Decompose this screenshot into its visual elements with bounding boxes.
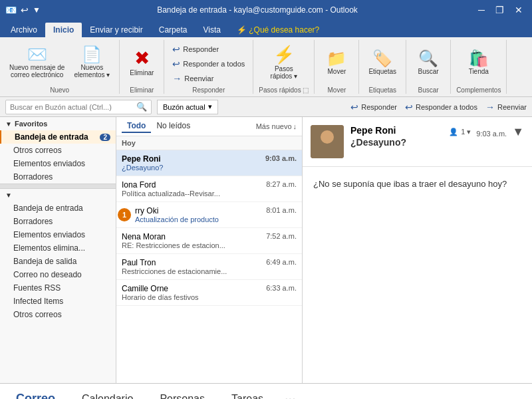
new-email-button[interactable]: ✉️ Nuevo mensaje decorreo electrónico <box>5 43 68 81</box>
search-input[interactable] <box>10 103 136 111</box>
email-item-nena-moran[interactable]: Nena Moran 7:52 a.m. RE: Restricciones d… <box>116 228 302 254</box>
sidebar-item-deleted-label: Elementos elimina... <box>13 243 85 253</box>
ribbon-tab-bar: Archivo Inicio Enviar y recibir Carpeta … <box>0 20 532 37</box>
email-item-pepe-roni[interactable]: Pepe Roni 9:03 a.m. ¿Desayuno? <box>116 150 302 176</box>
forward-icon: → <box>172 73 182 84</box>
tab-carpeta[interactable]: Carpeta <box>151 23 196 37</box>
move-button[interactable]: 📁 Mover <box>320 47 353 78</box>
search-label: Buscar <box>418 68 439 75</box>
email-item-camille-orne[interactable]: Camille Orne 6:33 a.m. Horario de días f… <box>116 280 302 306</box>
email-item-paul-tron[interactable]: Paul Tron 6:49 a.m. Restricciones de est… <box>116 254 302 280</box>
sidebar-item-inbox[interactable]: Bandeja de entrada <box>0 201 116 215</box>
ribbon-group-responder: ↩ Responder ↩ Responder a todos → Reenvi… <box>164 40 253 94</box>
command-bar: 🔍 Buzón actual ▾ ↩ Responder ↩ Responder… <box>0 97 532 117</box>
email-time-iona: 8:27 a.m. <box>266 180 297 190</box>
ribbon-group-pasos-label: Pasos rápidos ⬚ <box>259 84 309 94</box>
preview-header: Pepe Roni ¿Desayuno? 👤 1 ▾ 9:03 a.m. ▼ <box>303 117 532 167</box>
tags-label: Etiquetas <box>368 68 396 75</box>
reply-button[interactable]: ↩ Responder <box>170 43 247 56</box>
ribbon-group-eliminar: ✖ Eliminar Eliminar <box>120 40 164 94</box>
sidebar-item-infected[interactable]: Infected Items <box>0 295 116 308</box>
email-item-rry-oki[interactable]: 1 rry Oki 8:01 a.m. Actualización de pro… <box>116 202 302 228</box>
favorites-section-header[interactable]: ▼ Favoritos <box>0 117 116 130</box>
quick-steps-button[interactable]: ⚡ Pasosrápidos ▾ <box>267 42 302 82</box>
sidebar-item-rss[interactable]: Fuentes RSS <box>0 281 116 295</box>
sidebar-item-drafts-label: Borradores <box>13 172 53 182</box>
account-section-header[interactable]: ▼ <box>0 189 116 201</box>
close-button[interactable]: ✕ <box>511 3 527 17</box>
preview-subject: ¿Desayuno? <box>350 137 406 148</box>
mailbox-filter-button[interactable]: Buzón actual ▾ <box>157 100 218 114</box>
forward-button[interactable]: → Reenviar <box>170 72 247 85</box>
preview-reply-button[interactable]: ↩ Responder <box>350 102 397 112</box>
reply-all-button[interactable]: ↩ Responder a todos <box>170 57 247 70</box>
title-bar: 📧 ↩ ▼ Bandeja de entrada - kayla@customg… <box>0 0 532 20</box>
nav-calendar[interactable]: Calendario <box>76 390 138 400</box>
email-sender-iona: Iona Ford 8:27 a.m. <box>122 180 297 190</box>
app-icon: 📧 <box>5 5 17 15</box>
restore-button[interactable]: ❐ <box>491 3 508 17</box>
sidebar-item-outbox[interactable]: Bandeja de salida <box>0 255 116 268</box>
tab-archivo[interactable]: Archivo <box>3 23 45 37</box>
sidebar-separator <box>0 184 116 189</box>
sender-name-text: Pepe Roni <box>122 154 161 164</box>
tags-button[interactable]: 🏷️ Etiquetas <box>364 47 400 78</box>
preview-sender-name: Pepe Roni <box>350 125 406 136</box>
new-items-button[interactable]: 📄 Nuevoselementos ▾ <box>70 43 114 81</box>
inbox-badge: 2 <box>100 134 110 141</box>
expand-button[interactable]: ▼ <box>512 125 524 139</box>
preview-body-text: ¿No se suponía que ibas a traer el desay… <box>313 178 521 191</box>
reply-all-icon: ↩ <box>172 59 180 69</box>
preview-meta: 9:03 a.m. <box>476 130 507 138</box>
email-subject-camille: Horario de días festivos <box>122 293 297 301</box>
sidebar-item-others[interactable]: Otros correos <box>0 308 116 321</box>
preview-time: 9:03 a.m. <box>476 130 507 138</box>
nav-people[interactable]: Personas <box>154 390 210 400</box>
sidebar-item-drafts[interactable]: Borradores <box>0 215 116 228</box>
nav-tasks[interactable]: Tareas <box>226 390 269 400</box>
tab-vista[interactable]: Vista <box>195 23 228 37</box>
tab-help[interactable]: ⚡ ¿Qué desea hacer? <box>229 23 327 37</box>
sidebar-item-drafts-favorite[interactable]: Borradores <box>0 170 116 184</box>
nav-more[interactable]: ··· <box>285 391 296 399</box>
email-sender-pepe: Pepe Roni 9:03 a.m. <box>122 154 297 164</box>
recipient-count: 1 ▾ <box>461 128 471 136</box>
sidebar-item-deleted[interactable]: Elementos elimina... <box>0 241 116 255</box>
sender-name-iona: Iona Ford <box>122 180 156 190</box>
sidebar-item-inbox-favorite[interactable]: Bandeja de entrada 2 <box>0 130 116 144</box>
undo-button[interactable]: ↩ <box>21 5 29 15</box>
bottom-nav: Correo Calendario Personas Tareas ··· <box>0 383 532 399</box>
tab-inicio[interactable]: Inicio <box>45 23 82 37</box>
filter-all[interactable]: Todo <box>122 120 151 133</box>
ribbon-group-responder-label: Responder <box>170 86 247 94</box>
sender-name-camille: Camille Orne <box>122 284 168 293</box>
delete-button[interactable]: ✖ Eliminar <box>125 45 158 79</box>
tab-enviar[interactable]: Enviar y recibir <box>82 23 150 37</box>
email-time-oki: 8:01 a.m. <box>266 206 297 215</box>
sidebar-item-junk[interactable]: Correo no deseado <box>0 268 116 281</box>
sort-arrow: ↓ <box>293 122 297 130</box>
preview-forward-icon: → <box>485 102 495 112</box>
store-button[interactable]: 🛍️ Tienda <box>462 47 495 78</box>
sidebar-item-others-favorite[interactable]: Otros correos <box>0 144 116 157</box>
preview-reply-label: Responder <box>361 103 397 111</box>
search-box[interactable]: 🔍 <box>5 100 152 114</box>
preview-forward-button[interactable]: → Reenviar <box>485 102 527 112</box>
new-items-label: Nuevoselementos ▾ <box>74 64 110 78</box>
preview-reply-icon: ↩ <box>350 102 358 112</box>
notification-badge: 1 <box>118 208 131 221</box>
search-button[interactable]: 🔍 Buscar <box>412 47 445 78</box>
email-sender-nena: Nena Moran 7:52 a.m. <box>122 232 297 241</box>
nav-mail[interactable]: Correo <box>11 389 61 399</box>
quick-access-dropdown[interactable]: ▼ <box>33 5 41 15</box>
sender-avatar <box>311 125 344 158</box>
filter-unread[interactable]: No leídos <box>151 120 196 133</box>
svg-rect-3 <box>315 145 339 158</box>
sidebar-item-sent[interactable]: Elementos enviados <box>0 228 116 241</box>
preview-reply-all-button[interactable]: ↩ Responder a todos <box>405 102 477 112</box>
minimize-button[interactable]: ─ <box>474 3 489 17</box>
sidebar-item-sent-label: Elementos enviados <box>13 159 85 168</box>
sidebar-item-sent-favorite[interactable]: Elementos enviados <box>0 157 116 170</box>
email-item-iona-ford[interactable]: Iona Ford 8:27 a.m. Política actualizada… <box>116 176 302 202</box>
sort-button[interactable]: Más nuevo ↓ <box>256 122 297 130</box>
